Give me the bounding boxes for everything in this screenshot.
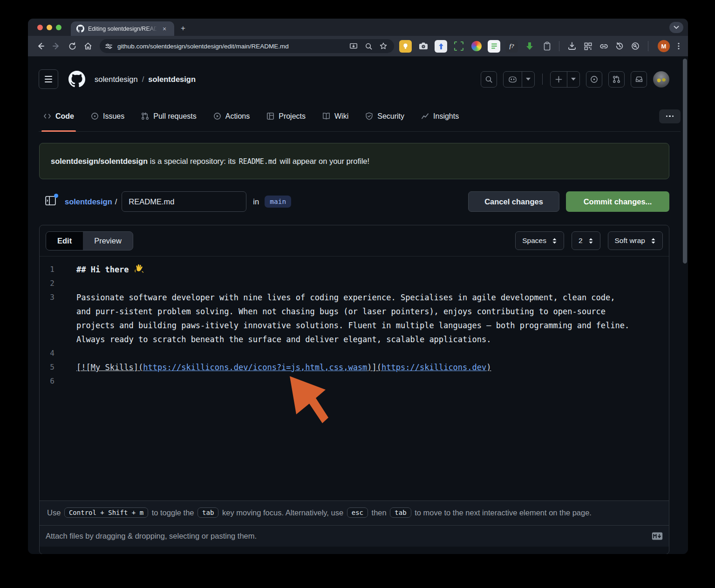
pull-requests-button[interactable] xyxy=(608,71,625,88)
attach-files-area[interactable]: Attach files by dragging & dropping, sel… xyxy=(40,525,669,547)
tab-security[interactable]: Security xyxy=(361,101,409,131)
nav-overflow-button[interactable] xyxy=(659,109,681,123)
tab-close-icon[interactable]: × xyxy=(161,25,168,33)
copy-link-button[interactable] xyxy=(597,39,611,53)
extension-fonts-icon[interactable]: f? xyxy=(505,40,518,53)
editor-line[interactable]: 5[![My Skills](https://skillicons.dev/ic… xyxy=(40,360,669,374)
extension-clipboard-icon[interactable] xyxy=(541,40,553,53)
editor-line[interactable]: 1## Hi there xyxy=(40,263,669,277)
line-content xyxy=(76,277,81,291)
extension-lightbulb-icon[interactable] xyxy=(399,40,412,53)
breadcrumb-repo[interactable]: solentdesign xyxy=(148,75,196,84)
branch-badge: main xyxy=(265,196,291,208)
inbox-button[interactable] xyxy=(631,71,647,88)
extension-notes-icon[interactable] xyxy=(488,40,500,53)
browser-tab[interactable]: Editing solentdesign/README × xyxy=(71,21,174,36)
lens-search-button[interactable] xyxy=(628,39,642,53)
qr-code-button[interactable] xyxy=(581,39,595,53)
play-circle-icon xyxy=(213,112,221,120)
tab-insights[interactable]: Insights xyxy=(416,101,463,131)
editor-line[interactable]: 4 xyxy=(40,346,669,360)
extension-screenshot-icon[interactable] xyxy=(452,40,465,53)
tab-code-label: Code xyxy=(55,112,74,121)
copilot-icon-area[interactable] xyxy=(504,72,522,87)
editor-line[interactable]: 3Passionate software developer with nine… xyxy=(40,291,669,304)
sort-arrows-icon xyxy=(588,238,593,244)
help-mid1: to toggle the xyxy=(150,508,196,517)
edit-tab[interactable]: Edit xyxy=(46,232,83,250)
file-breadcrumb-bar: solentdesign / in main Cancel changes Co… xyxy=(39,191,669,212)
camera-glyph-icon xyxy=(418,41,429,51)
forward-button[interactable] xyxy=(49,39,63,53)
markdown-icon[interactable] xyxy=(652,532,663,540)
special-repo-banner: solentdesign/solentdesign is a special r… xyxy=(39,143,669,179)
cancel-changes-button[interactable]: Cancel changes xyxy=(468,191,559,212)
downloads-button[interactable] xyxy=(565,39,579,53)
issues-button[interactable] xyxy=(586,71,602,88)
in-label: in xyxy=(253,197,259,206)
tab-code[interactable]: Code xyxy=(39,101,79,131)
window-controls xyxy=(37,25,61,30)
extension-uploader-icon[interactable] xyxy=(435,40,447,53)
global-nav-menu-button[interactable] xyxy=(39,69,58,89)
extension-camera-icon[interactable] xyxy=(417,40,429,53)
zoom-window-button[interactable] xyxy=(56,25,61,30)
back-icon xyxy=(36,41,45,51)
search-button[interactable] xyxy=(481,71,497,88)
editor-line[interactable]: Always ready to scratch beneath the surf… xyxy=(40,332,669,346)
bulb-glyph-icon xyxy=(402,43,409,50)
code-segment: )] xyxy=(367,363,376,372)
tab-pull-requests[interactable]: Pull requests xyxy=(136,101,201,131)
indent-size-select[interactable]: 2 xyxy=(572,231,600,250)
tab-wiki[interactable]: Wiki xyxy=(318,101,353,131)
tab-search-button[interactable] xyxy=(669,22,683,33)
reload-button[interactable] xyxy=(65,39,79,53)
browser-menu-button[interactable] xyxy=(672,39,686,53)
document-glyph-icon xyxy=(490,42,498,50)
file-tree-toggle[interactable] xyxy=(45,196,56,208)
close-window-button[interactable] xyxy=(37,25,43,30)
site-settings-button[interactable] xyxy=(102,40,115,52)
url-text[interactable]: github.com/solentdesign/solentdesign/edi… xyxy=(117,43,345,50)
new-tab-button[interactable]: + xyxy=(181,24,185,33)
tab-issues-label: Issues xyxy=(103,112,124,121)
bookmark-button[interactable] xyxy=(377,40,389,52)
zoom-page-button[interactable] xyxy=(362,40,375,52)
code-segment: ## Hi there xyxy=(76,265,134,274)
page-scrollbar-thumb[interactable] xyxy=(683,59,687,264)
editor-line[interactable]: 2 xyxy=(40,277,669,291)
back-button[interactable] xyxy=(34,39,48,53)
minimize-window-button[interactable] xyxy=(47,25,52,30)
github-header: solentdesign / solentdesign xyxy=(39,68,669,91)
wrap-mode-select[interactable]: Soft wrap xyxy=(608,231,663,250)
history-button[interactable] xyxy=(613,39,626,53)
install-app-button[interactable] xyxy=(347,40,360,52)
tune-icon xyxy=(105,42,113,50)
create-new-caret[interactable] xyxy=(567,72,579,87)
indent-mode-select[interactable]: Spaces xyxy=(515,231,564,250)
extension-colorpicker-icon[interactable] xyxy=(470,40,483,53)
copilot-button[interactable] xyxy=(503,71,535,88)
copilot-dropdown-area[interactable] xyxy=(522,72,534,87)
tab-issues[interactable]: Issues xyxy=(86,101,129,131)
github-logo-icon[interactable] xyxy=(68,71,85,88)
preview-tab[interactable]: Preview xyxy=(83,232,133,250)
commit-changes-button[interactable]: Commit changes... xyxy=(566,191,669,212)
address-bar[interactable]: github.com/solentdesign/solentdesign/edi… xyxy=(100,39,394,53)
tab-actions[interactable]: Actions xyxy=(209,101,254,131)
breadcrumb-owner[interactable]: solentdesign xyxy=(95,75,138,84)
code-editor-textarea[interactable]: 1## Hi there 2 3Passionate software deve… xyxy=(40,257,669,500)
plus-icon-area[interactable] xyxy=(551,72,567,87)
create-new-button[interactable] xyxy=(550,71,580,88)
browser-profile-avatar[interactable]: M xyxy=(658,40,670,52)
tab-projects[interactable]: Projects xyxy=(262,101,310,131)
home-button[interactable] xyxy=(81,39,95,53)
user-avatar[interactable] xyxy=(653,71,669,88)
editor-line[interactable]: 6 xyxy=(40,374,669,388)
editor-line[interactable]: and purr-sistent problem solving. When n… xyxy=(40,304,669,318)
extension-downloader-icon[interactable] xyxy=(523,40,536,53)
repo-root-link[interactable]: solentdesign xyxy=(65,197,112,206)
history-clock-icon xyxy=(615,41,624,51)
editor-line[interactable]: projects and building paws-itively innov… xyxy=(40,318,669,332)
filename-input[interactable] xyxy=(122,191,246,212)
